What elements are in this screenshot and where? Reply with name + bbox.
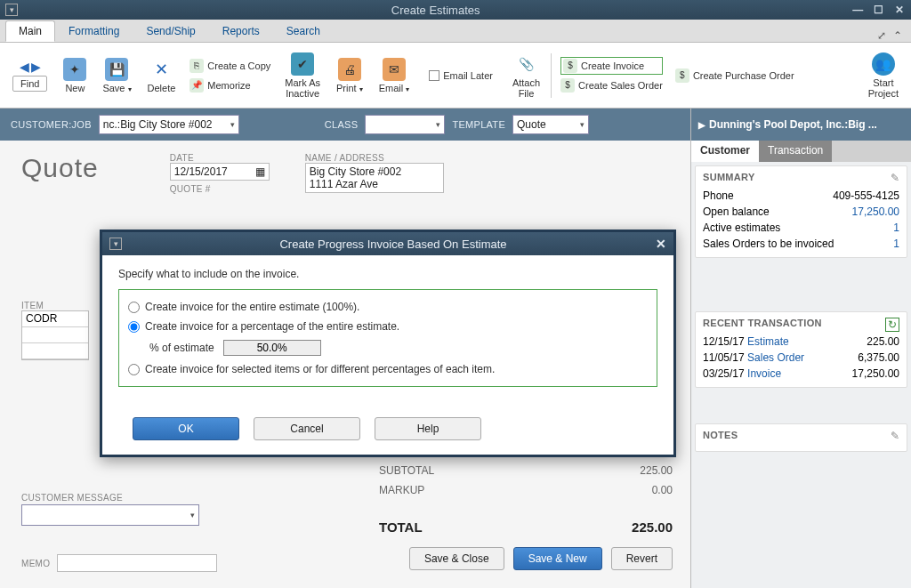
- tab-search[interactable]: Search: [273, 20, 334, 42]
- side-tab-customer[interactable]: Customer: [691, 141, 759, 162]
- radio-entire[interactable]: [128, 302, 140, 313]
- expand-icon[interactable]: ⤢: [877, 29, 886, 42]
- new-button[interactable]: ✦ New: [58, 58, 92, 93]
- save-icon: 💾: [105, 58, 128, 81]
- dialog-options: Create invoice for the entire estimate (…: [118, 289, 657, 387]
- print-button[interactable]: 🖨 Print ▾: [331, 58, 368, 93]
- template-label: TEMPLATE: [452, 119, 505, 130]
- calendar-icon[interactable]: ▦: [255, 165, 265, 178]
- memo-label: MEMO: [21, 559, 50, 568]
- radio-percentage[interactable]: [128, 321, 140, 333]
- collapse-ribbon-icon[interactable]: ⌃: [893, 29, 902, 42]
- check-icon: ✔: [291, 52, 314, 76]
- window-title: Create Estimates: [25, 4, 846, 17]
- customer-job-combo[interactable]: nc.:Big City Store #002▾: [99, 115, 239, 134]
- edit-icon[interactable]: ✎: [891, 172, 899, 184]
- delete-button[interactable]: ✕ Delete: [142, 58, 181, 93]
- memo-field[interactable]: [57, 554, 217, 572]
- dialog-title: Create Progress Invoice Based On Estimat…: [131, 238, 656, 251]
- active-estimates-link[interactable]: 1: [893, 222, 899, 234]
- create-sales-order-button[interactable]: $Create Sales Order: [560, 77, 663, 94]
- create-copy-button[interactable]: ⎘Create a Copy: [189, 57, 270, 75]
- open-balance-link[interactable]: 17,250.00: [852, 205, 899, 218]
- mark-inactive-button[interactable]: ✔ Mark As Inactive: [279, 52, 326, 99]
- percentage-row: % of estimate: [128, 336, 648, 359]
- revert-button[interactable]: Revert: [611, 547, 673, 570]
- dialog-instruction: Specify what to include on the invoice.: [118, 268, 657, 280]
- pct-label: % of estimate: [149, 342, 214, 354]
- so-invoiced-link[interactable]: 1: [893, 238, 899, 250]
- radio-selected[interactable]: [128, 364, 140, 375]
- start-project-button[interactable]: 👥 Start Project: [863, 52, 904, 99]
- chevron-right-icon: ▶: [698, 120, 705, 130]
- edit-icon[interactable]: ✎: [891, 430, 899, 442]
- email-button[interactable]: ✉ Email ▾: [374, 58, 415, 93]
- class-combo[interactable]: ▾: [365, 115, 445, 134]
- chevron-down-icon: ▾: [190, 511, 195, 520]
- dialog-titlebar: ▾ Create Progress Invoice Based On Estim…: [102, 232, 673, 255]
- people-icon: 👥: [872, 52, 895, 76]
- item-cell-empty[interactable]: [22, 343, 88, 359]
- date-field[interactable]: 12/15/2017 ▦: [170, 163, 270, 181]
- attach-file-button[interactable]: 📎 Attach File: [507, 52, 545, 99]
- recent-row[interactable]: 12/15/17 Estimate225.00: [703, 334, 899, 350]
- phone-label: Phone: [703, 189, 734, 202]
- open-balance-label: Open balance: [703, 205, 770, 218]
- tab-sendship[interactable]: Send/Ship: [133, 20, 208, 42]
- template-combo[interactable]: Quote▾: [512, 115, 589, 134]
- save-close-button[interactable]: Save & Close: [409, 547, 504, 570]
- item-grid[interactable]: CODR: [21, 310, 89, 360]
- ribbon-tabbar: Main Formatting Send/Ship Reports Search…: [0, 20, 911, 43]
- customer-job-label: CUSTOMER:JOB: [11, 119, 92, 130]
- name-address-field[interactable]: Big City Store #002 1111 Azar Ave: [305, 163, 444, 193]
- dialog-menu-icon[interactable]: ▾: [109, 238, 122, 250]
- tab-formatting[interactable]: Formatting: [55, 20, 133, 42]
- pct-input[interactable]: [223, 340, 321, 356]
- item-cell[interactable]: CODR: [22, 311, 88, 327]
- side-panel-header[interactable]: ▶ Dunning's Pool Depot, Inc.:Big ...: [691, 109, 911, 141]
- find-label[interactable]: Find: [12, 76, 47, 92]
- close-button[interactable]: ✕: [893, 4, 906, 16]
- create-invoice-button[interactable]: $Create Invoice: [560, 57, 663, 75]
- maximize-button[interactable]: ☐: [873, 4, 885, 16]
- window-menu-icon[interactable]: ▾: [5, 4, 18, 16]
- save-button[interactable]: 💾 Save ▾: [97, 58, 136, 93]
- item-cell-empty[interactable]: [22, 327, 88, 343]
- so-invoiced-label: Sales Orders to be invoiced: [703, 238, 834, 250]
- recent-row[interactable]: 11/05/17 Sales Order6,375.00: [703, 350, 899, 366]
- find-button[interactable]: ◀▶ Find: [7, 60, 52, 92]
- markup-label: MARKUP: [379, 484, 424, 496]
- option-selected-items[interactable]: Create invoice for selected items or for…: [128, 359, 648, 379]
- help-button[interactable]: Help: [375, 417, 481, 440]
- form-header: CUSTOMER:JOB nc.:Big City Store #002▾ CL…: [0, 109, 690, 141]
- refresh-icon[interactable]: ↻: [885, 318, 899, 332]
- tab-main[interactable]: Main: [5, 20, 55, 42]
- customer-message-combo[interactable]: ▾: [21, 504, 199, 526]
- ok-button[interactable]: OK: [133, 417, 239, 440]
- invoice-icon: $: [563, 59, 577, 73]
- recent-section: ↻ RECENT TRANSACTION 12/15/17 Estimate22…: [695, 311, 907, 388]
- chevron-down-icon: ▾: [436, 120, 440, 129]
- minimize-button[interactable]: —: [851, 4, 864, 16]
- recent-row[interactable]: 03/25/17 Invoice17,250.00: [703, 366, 899, 382]
- paperclip-icon: 📎: [515, 52, 538, 76]
- chevron-down-icon[interactable]: ▾: [128, 85, 132, 93]
- side-panel: ▶ Dunning's Pool Depot, Inc.:Big ... Cus…: [690, 109, 911, 588]
- cancel-button[interactable]: Cancel: [254, 417, 360, 440]
- ribbon: ◀▶ Find ✦ New 💾 Save ▾ ✕ Delete ⎘Create …: [0, 43, 911, 109]
- tab-reports[interactable]: Reports: [209, 20, 273, 42]
- side-tab-transaction[interactable]: Transaction: [759, 141, 832, 162]
- checkbox-icon[interactable]: [429, 70, 439, 81]
- email-later-checkbox[interactable]: Email Later: [429, 68, 493, 83]
- print-icon: 🖨: [338, 58, 361, 81]
- active-estimates-label: Active estimates: [703, 222, 780, 234]
- option-percentage[interactable]: Create invoice for a percentage of the e…: [128, 317, 648, 336]
- summary-heading: SUMMARY: [703, 172, 899, 182]
- class-label: CLASS: [325, 119, 359, 130]
- memorize-button[interactable]: 📌Memorize: [189, 77, 270, 94]
- dialog-close-icon[interactable]: ✕: [656, 237, 666, 251]
- option-entire[interactable]: Create invoice for the entire estimate (…: [128, 297, 648, 317]
- create-po-button[interactable]: $Create Purchase Order: [675, 67, 794, 85]
- subtotal-label: SUBTOTAL: [379, 464, 434, 477]
- save-new-button[interactable]: Save & New: [513, 547, 602, 570]
